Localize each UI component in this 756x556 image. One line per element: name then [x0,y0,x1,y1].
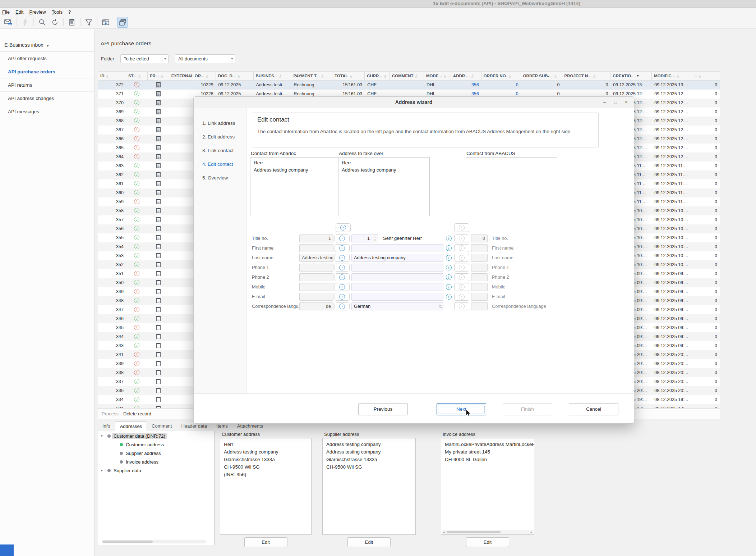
menu-item-tools[interactable]: Tools [52,9,63,15]
correspondence-language-takeover-field[interactable]: German [351,302,443,310]
refresh-button[interactable] [50,17,60,28]
phone-1-takeover-field[interactable] [351,264,443,272]
info-icon[interactable]: i [446,274,452,280]
column-header-modific[interactable]: MODIFIC...△ [652,72,691,80]
cell-link[interactable]: 0 [516,91,518,96]
maximize-button[interactable]: □ [611,99,620,106]
info-icon[interactable]: i [446,284,452,290]
column-header-curr[interactable]: CURR...△ [365,72,390,80]
column-header-pr[interactable]: PR...△ [148,72,169,80]
edit-customer-address-button[interactable]: Edit [244,537,287,547]
filter-button[interactable] [83,17,94,28]
sidebar-item-api-messages[interactable]: API messages [0,105,94,118]
tree-item-supplier-address[interactable]: Supplier address [98,449,214,457]
previous-button[interactable]: Previous [358,403,408,415]
delete-record-action[interactable]: Delete record [123,409,151,419]
wizard-step-3[interactable]: 3. Link contact [202,148,234,153]
wizard-step-5[interactable]: 5. Overview [202,175,228,181]
column-header-orderno[interactable]: ORDER NO.△ [481,72,521,80]
transfer-right-button[interactable]: › [335,283,350,291]
wizard-step-2[interactable]: 2. Edit address [202,134,235,140]
transfer-right-button[interactable]: › [335,234,350,242]
sidebar-item-api-returns[interactable]: API returns [0,78,94,92]
cell-link[interactable]: 356 [471,91,479,96]
sidebar-item-api-purchase-orders[interactable]: API purchase orders [0,65,94,78]
column-header-total[interactable]: TOTAL△ [332,72,365,80]
menu-item-edit[interactable]: Edit [15,9,23,15]
transfer-right-button[interactable]: › [335,293,350,301]
column-header-busines[interactable]: BUSINES...△ [254,72,291,80]
document-list-button[interactable] [66,17,77,28]
contact-from-abadoc-box[interactable]: HerrAddress testing company [250,157,342,216]
info-icon[interactable]: i [446,245,452,251]
transfer-right-button[interactable]: › [335,302,350,310]
process-button-disabled[interactable] [20,17,31,28]
contact-from-abacus-box[interactable] [466,157,557,216]
column-header-mode[interactable]: MODE...△ [424,72,451,80]
transfer-all-left-button[interactable]: « [454,223,469,232]
cancel-button[interactable]: Cancel [569,403,618,415]
address-to-take-over-box[interactable]: HerrAddress testing company [338,157,430,216]
edit-invoice-address-button[interactable]: Edit [466,537,509,547]
next-button[interactable]: Next [437,403,486,415]
column-header-addr[interactable]: ADDR....△ [451,72,481,80]
cell-link[interactable]: 0 [516,82,518,87]
title-no--takeover-field[interactable]: 1 [351,234,372,242]
windows-overlap-button[interactable] [117,17,128,28]
transfer-all-right-button[interactable]: » [336,223,351,232]
sidebar-header[interactable]: E-Business inbox ▾ [0,29,94,52]
expander-open-icon[interactable]: ▾ [101,434,103,438]
spinner-control[interactable]: ▲▼ [372,234,378,242]
finish-button[interactable]: Finish [503,403,552,415]
edit-supplier-address-button[interactable]: Edit [347,537,391,547]
mobile-takeover-field[interactable] [351,283,443,291]
info-icon[interactable]: i [446,236,452,241]
transfer-left-button[interactable]: ‹ [454,302,469,310]
window-process-button[interactable] [100,17,111,28]
tab-info[interactable]: Info [98,421,115,431]
transfer-left-button[interactable]: ‹ [454,293,469,301]
transfer-left-button[interactable]: ‹ [454,244,469,252]
last-name-takeover-field[interactable]: Address testing company [351,254,443,262]
e-mail-takeover-field[interactable] [351,293,443,301]
column-header-externalor[interactable]: EXTERNAL OR...△ [169,72,216,80]
column-header-comment[interactable]: COMMENT△ [390,72,424,80]
horizontal-scrollbar[interactable]: ◄► [442,530,534,534]
expander-closed-icon[interactable]: ▸ [101,469,103,472]
tree-item-customer-data-dnr-72-[interactable]: ▾Customer data (DNR:72) [98,432,214,440]
process-action[interactable]: Process [102,409,119,419]
minimize-button[interactable]: – [600,99,609,106]
column-header-paymentt[interactable]: PAYMENT T...△ [291,72,332,80]
tab-comment[interactable]: Comment [147,421,176,431]
tree-item-invoice-address[interactable]: Invoice address [98,458,214,466]
menu-item-help[interactable]: ? [68,9,71,15]
column-header-docd[interactable]: DOC. D...△ [216,72,254,80]
documents-select[interactable]: All documents [175,54,235,63]
info-icon[interactable]: i [446,294,452,300]
column-header-projectn[interactable]: PROJECT N...△ [562,72,611,80]
column-header-ordersub[interactable]: ORDER SUB-...△ [521,72,562,80]
first-name-takeover-field[interactable] [351,244,443,252]
transfer-right-button[interactable]: › [335,273,350,281]
tree-item-supplier-data[interactable]: ▸Supplier data [98,466,214,474]
column-header-creatio[interactable]: CREATIO...▼ [610,72,652,80]
table-row[interactable]: 372!1022909.12.2025Address testi...Rechn… [98,81,720,90]
send-mail-button[interactable] [3,17,14,28]
transfer-right-button[interactable]: › [335,244,350,252]
wizard-step-1[interactable]: 1. Link address [202,120,235,126]
transfer-right-button[interactable]: › [335,264,350,272]
transfer-left-button[interactable]: ‹ [454,273,469,281]
transfer-left-button[interactable]: ‹ [454,254,469,262]
search-button[interactable] [37,17,47,28]
cell-link[interactable]: 356 [471,82,479,87]
phone-2-takeover-field[interactable] [351,273,443,281]
tree-item-customer-address[interactable]: Customer address [98,441,214,448]
folder-select[interactable]: To be edited [120,54,169,63]
search-icon[interactable] [439,305,441,307]
menu-item-file[interactable]: File [2,9,10,15]
column-header-[interactable]: ...△ [691,72,720,80]
transfer-left-button[interactable]: ‹ [454,283,469,291]
wizard-step-4[interactable]: 4. Edit contact [202,161,233,167]
tab-addresses[interactable]: Addresses [115,421,147,431]
sidebar-item-api-address-changes[interactable]: API address changes [0,92,94,105]
